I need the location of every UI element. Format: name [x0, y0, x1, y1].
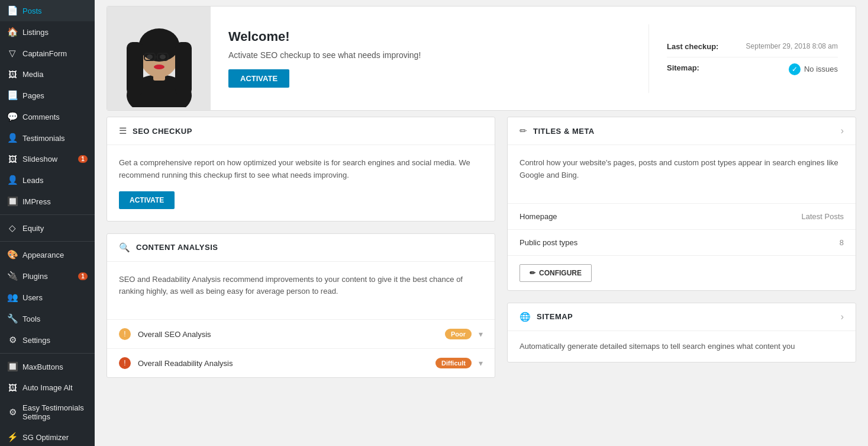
sidebar-item-label: Equity	[22, 224, 88, 233]
sidebar-item-plugins[interactable]: 🔌 Plugins 1	[0, 265, 95, 287]
maxbuttons-icon: 🔲	[7, 361, 18, 372]
sidebar-item-label: Settings	[22, 336, 88, 345]
seo-checkup-card: ☰ SEO CHECKUP Get a comprehensive report…	[107, 117, 495, 222]
sidebar-item-pages[interactable]: 📃 Pages	[0, 85, 95, 106]
seo-analysis-row[interactable]: ! Overall SEO Analysis Poor ▾	[107, 319, 495, 348]
configure-button[interactable]: ✏ CONFIGURE	[519, 264, 592, 282]
svg-point-11	[154, 65, 164, 69]
sidebar-item-posts[interactable]: 📄 Posts	[0, 0, 95, 21]
sidebar-item-slideshow[interactable]: 🖼 Slideshow 1	[0, 149, 95, 169]
last-checkup-row: Last checkup: September 29, 2018 8:08 am	[667, 36, 838, 57]
titles-meta-description: Control how your website's pages, posts …	[519, 157, 844, 182]
sidebar-item-label: Posts	[22, 7, 88, 15]
no-issues-text: No issues	[804, 65, 838, 73]
sitemap-chevron-icon: ›	[841, 312, 844, 322]
svg-point-9	[147, 54, 153, 59]
titles-meta-body: Control how your website's pages, posts …	[508, 145, 856, 203]
banner-status: Last checkup: September 29, 2018 8:08 am…	[648, 24, 856, 93]
public-post-types-label: Public post types	[519, 238, 577, 247]
sidebar-item-easy-testimonials[interactable]: ⚙ Easy Testimonials Settings	[0, 398, 95, 426]
posts-icon: 📄	[7, 5, 18, 16]
last-checkup-value: September 29, 2018 8:08 am	[746, 42, 838, 51]
sitemap-label: Sitemap:	[667, 63, 699, 75]
appearance-icon: 🎨	[7, 249, 18, 260]
sitemap-body: Automatically generate detailed sitemaps…	[508, 331, 856, 362]
sitemap-title: SITEMAP	[537, 312, 835, 321]
sidebar-item-label: IMPress	[22, 197, 88, 206]
sidebar-divider	[0, 214, 95, 215]
sidebar-item-users[interactable]: 👥 Users	[0, 287, 95, 308]
impress-icon: 🔲	[7, 196, 18, 207]
titles-meta-header[interactable]: ✏ TITLES & META ›	[508, 117, 856, 145]
sidebar-item-captainform[interactable]: ▽ CaptainForm	[0, 43, 95, 64]
public-post-types-value: 8	[840, 238, 844, 247]
content-analysis-body: SEO and Readability Analysis recommend i…	[107, 262, 495, 320]
seo-checkup-title: SEO CHECKUP	[133, 127, 483, 136]
sitemap-header[interactable]: 🌐 SITEMAP ›	[508, 303, 856, 331]
seo-warning-dot: !	[119, 328, 131, 340]
sidebar-item-media[interactable]: 🖼 Media	[0, 64, 95, 85]
pages-icon: 📃	[7, 90, 18, 101]
last-checkup-label: Last checkup:	[667, 42, 718, 51]
tools-icon: 🔧	[7, 313, 18, 324]
content-analysis-header: 🔍 CONTENT ANALYSIS	[107, 234, 495, 262]
sidebar-item-appearance[interactable]: 🎨 Appearance	[0, 244, 95, 265]
readability-danger-dot: !	[119, 357, 131, 369]
banner-title: Welcome!	[228, 29, 631, 44]
content-analysis-description: SEO and Readability Analysis recommend i…	[119, 274, 483, 299]
leads-icon: 👤	[7, 175, 18, 185]
sidebar-item-listings[interactable]: 🏠 Listings	[0, 21, 95, 43]
sidebar-item-label: Users	[22, 293, 88, 302]
seo-activate-button[interactable]: ACTIVATE	[119, 191, 175, 209]
welcome-banner: Welcome! Activate SEO checkup to see wha…	[107, 6, 856, 111]
sidebar-item-label: Pages	[22, 91, 88, 100]
readability-chevron-icon[interactable]: ▾	[479, 358, 483, 368]
sidebar-item-settings[interactable]: ⚙ Settings	[0, 329, 95, 351]
sg-optimizer-icon: ⚡	[7, 432, 18, 442]
comments-icon: 💬	[7, 111, 18, 122]
plugins-icon: 🔌	[7, 271, 18, 281]
sidebar-item-sg-optimizer[interactable]: ⚡ SG Optimizer	[0, 426, 95, 446]
seo-checkup-description: Get a comprehensive report on how optimi…	[119, 157, 483, 182]
sidebar-item-testimonials[interactable]: 👤 Testimonials	[0, 127, 95, 149]
settings-icon: ⚙	[7, 335, 18, 345]
homepage-value: Latest Posts	[801, 212, 844, 221]
two-column-layout: ☰ SEO CHECKUP Get a comprehensive report…	[95, 117, 868, 390]
easy-testimonials-icon: ⚙	[7, 407, 18, 418]
sidebar-item-label: Testimonials	[22, 134, 88, 143]
readability-analysis-label: Overall Readability Analysis	[138, 359, 428, 368]
check-icon: ✓	[789, 63, 801, 75]
banner-content: Welcome! Activate SEO checkup to see wha…	[211, 17, 648, 100]
no-issues-indicator: ✓ No issues	[789, 63, 838, 75]
sidebar: 📄 Posts 🏠 Listings ▽ CaptainForm 🖼 Media…	[0, 0, 95, 446]
content-analysis-title: CONTENT ANALYSIS	[136, 243, 483, 252]
pencil-icon: ✏	[519, 126, 527, 136]
activate-button[interactable]: ACTIVATE	[228, 69, 289, 88]
media-icon: 🖼	[7, 69, 18, 79]
slideshow-badge: 1	[78, 155, 88, 163]
sidebar-item-label: Appearance	[22, 251, 88, 259]
sitemap-row: Sitemap: ✓ No issues	[667, 57, 838, 81]
configure-button-label: CONFIGURE	[539, 269, 582, 277]
sidebar-item-leads[interactable]: 👤 Leads	[0, 169, 95, 191]
sidebar-item-label: SG Optimizer	[22, 433, 88, 442]
sidebar-item-comments[interactable]: 💬 Comments	[0, 106, 95, 127]
seo-chevron-icon[interactable]: ▾	[479, 329, 483, 339]
right-column: ✏ TITLES & META › Control how your websi…	[507, 117, 856, 378]
sidebar-item-tools[interactable]: 🔧 Tools	[0, 308, 95, 329]
sidebar-item-auto-image-alt[interactable]: 🖼 Auto Image Alt	[0, 377, 95, 398]
sidebar-item-label: Listings	[22, 28, 88, 37]
sidebar-item-label: Slideshow	[22, 155, 73, 163]
titles-meta-title: TITLES & META	[533, 127, 835, 136]
sidebar-item-equity[interactable]: ◇ Equity	[0, 217, 95, 239]
sidebar-item-label: Plugins	[22, 272, 73, 281]
sidebar-item-label: Comments	[22, 113, 88, 121]
main-content: Welcome! Activate SEO checkup to see wha…	[95, 0, 868, 446]
sidebar-item-impress[interactable]: 🔲 IMPress	[0, 191, 95, 212]
sidebar-divider	[0, 241, 95, 242]
seo-analysis-label: Overall SEO Analysis	[138, 330, 438, 339]
readability-analysis-row[interactable]: ! Overall Readability Analysis Difficult…	[107, 348, 495, 377]
sidebar-item-maxbuttons[interactable]: 🔲 MaxButtons	[0, 356, 95, 377]
seo-checkup-body: Get a comprehensive report on how optimi…	[107, 145, 495, 221]
sitemap-card: 🌐 SITEMAP › Automatically generate detai…	[507, 303, 856, 363]
